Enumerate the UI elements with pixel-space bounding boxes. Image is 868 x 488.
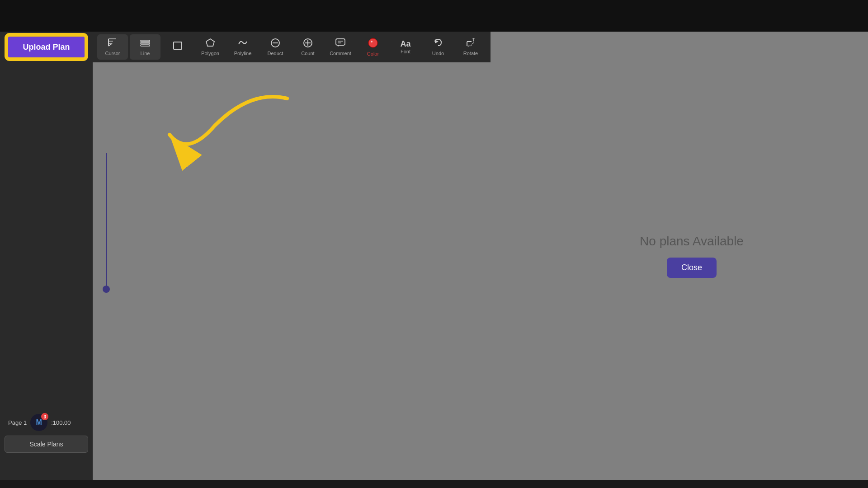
comment-label: Comment <box>330 51 351 56</box>
deduct-label: Deduct <box>268 51 283 56</box>
page-label: Page 1 <box>8 419 27 426</box>
toolbar: Cursor Line <box>93 32 491 62</box>
tool-font[interactable]: Aa Font <box>390 34 421 60</box>
close-button[interactable]: Close <box>667 258 717 278</box>
undo-label: Undo <box>432 51 444 56</box>
svg-rect-8 <box>174 42 182 49</box>
tool-count[interactable]: Count <box>292 34 323 60</box>
drawing-line <box>106 153 107 288</box>
svg-point-19 <box>371 41 373 42</box>
canvas-area <box>93 62 491 480</box>
tool-undo[interactable]: Undo <box>423 34 453 60</box>
logo-badge: M 3 <box>30 414 47 431</box>
line-label: Line <box>141 51 150 56</box>
svg-rect-7 <box>141 45 150 46</box>
logo-icon: M <box>36 418 42 427</box>
rotate-icon <box>466 38 476 50</box>
main-row: Upload Plan Page 1 M 3 :100.00 Scale Pla… <box>0 32 868 480</box>
drawing-endpoint <box>103 286 110 293</box>
arrow-annotation <box>160 89 305 189</box>
top-bar <box>0 0 868 32</box>
polygon-icon <box>205 38 215 50</box>
bottom-bar <box>0 480 868 488</box>
page-value: :100.00 <box>51 419 71 426</box>
center-content: Cursor Line <box>93 32 491 480</box>
app-container: Upload Plan Page 1 M 3 :100.00 Scale Pla… <box>0 0 868 488</box>
tool-rect[interactable] <box>162 34 193 60</box>
scale-plans-button[interactable]: Scale Plans <box>5 436 88 453</box>
font-label: Font <box>401 49 410 54</box>
svg-rect-15 <box>336 39 345 45</box>
tool-line[interactable]: Line <box>130 34 160 60</box>
tool-polyline[interactable]: Polyline <box>227 34 258 60</box>
svg-marker-9 <box>206 39 214 46</box>
right-panel: No plans Available Close <box>491 32 868 480</box>
undo-icon <box>433 38 443 50</box>
tool-comment[interactable]: Comment <box>325 34 356 60</box>
rotate-label: Rotate <box>463 51 478 56</box>
svg-marker-23 <box>472 38 475 40</box>
color-label: Color <box>367 51 379 56</box>
page-info: Page 1 M 3 :100.00 <box>5 412 88 433</box>
polyline-label: Polyline <box>234 51 252 56</box>
comment-icon <box>335 38 345 50</box>
tool-polygon[interactable]: Polygon <box>195 34 226 60</box>
deduct-icon <box>270 38 280 50</box>
color-icon <box>368 38 378 50</box>
tool-deduct[interactable]: Deduct <box>260 34 291 60</box>
count-label: Count <box>301 51 314 56</box>
svg-rect-5 <box>141 40 150 42</box>
svg-point-18 <box>368 38 377 47</box>
polyline-icon <box>238 38 248 50</box>
upload-plan-button[interactable]: Upload Plan <box>7 35 86 59</box>
sidebar-bottom: Page 1 M 3 :100.00 Scale Plans <box>0 412 93 453</box>
notification-badge: 3 <box>41 413 48 420</box>
cursor-label: Cursor <box>105 51 120 56</box>
left-sidebar: Upload Plan Page 1 M 3 :100.00 Scale Pla… <box>0 32 93 480</box>
tool-cursor[interactable]: Cursor <box>97 34 128 60</box>
svg-marker-20 <box>435 40 439 43</box>
polygon-label: Polygon <box>201 51 219 56</box>
tool-color[interactable]: Color <box>358 34 388 60</box>
tool-rotate[interactable]: Rotate <box>455 34 486 60</box>
rect-icon <box>173 41 183 52</box>
font-icon: Aa <box>400 40 410 48</box>
count-icon <box>303 38 313 50</box>
line-icon <box>140 38 150 50</box>
no-plans-text: No plans Available <box>640 234 744 249</box>
svg-line-1 <box>108 43 112 46</box>
svg-rect-6 <box>141 42 150 44</box>
cursor-icon <box>108 38 118 50</box>
